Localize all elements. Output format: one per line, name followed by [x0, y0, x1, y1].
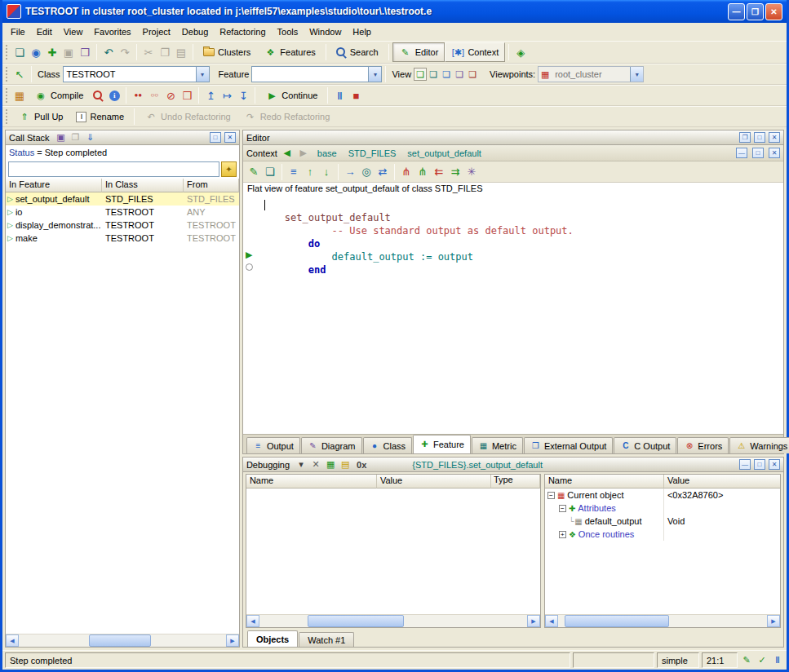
context-minimize-icon[interactable]: —: [736, 148, 747, 158]
toolbar-grip[interactable]: [6, 45, 8, 60]
class-combo[interactable]: TESTROOT ▾: [63, 66, 210, 82]
call-stack-close-icon[interactable]: ✕: [224, 132, 236, 143]
add-icon[interactable]: ✚: [44, 44, 60, 60]
column-name[interactable]: Name: [545, 475, 664, 489]
tab-output[interactable]: ≡Output: [246, 437, 300, 453]
menu-favorites[interactable]: Favorites: [88, 24, 136, 39]
locals-hscrollbar[interactable]: ◀ ▶: [246, 614, 540, 627]
tab-metric[interactable]: ▦Metric: [472, 437, 523, 453]
breadcrumb-cluster[interactable]: base: [313, 148, 341, 158]
menu-refactoring[interactable]: Refactoring: [214, 24, 271, 39]
call-stack-filter-input[interactable]: [8, 161, 219, 177]
redo-icon[interactable]: ↷: [117, 44, 133, 60]
menu-edit[interactable]: Edit: [31, 24, 58, 39]
scroll-thumb[interactable]: [89, 634, 151, 647]
breadcrumb-feature[interactable]: set_output_default: [403, 148, 485, 158]
contracts-view-icon[interactable]: ❏: [453, 68, 466, 81]
info-icon[interactable]: i: [106, 87, 122, 104]
interface-view-icon[interactable]: ❏: [466, 68, 479, 81]
breakpoint-slot-icon[interactable]: [246, 263, 253, 271]
object-row[interactable]: └▦default_output Void NONE: [545, 515, 780, 528]
open-in-new-window-icon[interactable]: ❏: [262, 164, 278, 180]
tab-feature[interactable]: ✚Feature: [413, 435, 471, 453]
scroll-track[interactable]: [259, 615, 527, 627]
breakpoint-gutter[interactable]: ▶: [243, 196, 258, 434]
search-button[interactable]: Search: [330, 42, 385, 62]
undo-refactoring-button[interactable]: ↶ Undo Refactoring: [138, 107, 237, 126]
context-close-icon[interactable]: ✕: [769, 148, 780, 158]
collapse-icon[interactable]: −: [559, 505, 566, 512]
editor-float-icon[interactable]: ❐: [739, 132, 751, 143]
result-up-icon[interactable]: ↑: [302, 164, 318, 180]
debugging-close-tool-icon[interactable]: ✕: [309, 458, 322, 471]
diagram-tool-icon[interactable]: ◈: [512, 44, 529, 60]
copy-call-stack-icon[interactable]: ❐: [69, 131, 82, 144]
breakpoints-tool-icon[interactable]: ❒: [179, 87, 195, 104]
save-icon[interactable]: ▣: [60, 44, 77, 60]
call-stack-row[interactable]: ▷display_demonstrat... TESTROOT TESTROOT: [6, 219, 239, 232]
context-button[interactable]: [✱] Context: [445, 42, 505, 62]
filter-icon[interactable]: ✦: [221, 161, 237, 177]
remove-breakpoints-icon[interactable]: ⊘: [162, 87, 179, 104]
search-results-icon[interactable]: ≡: [286, 164, 302, 180]
stop-icon[interactable]: ■: [348, 87, 364, 104]
step-into-icon[interactable]: ↧: [235, 87, 251, 104]
undo-icon[interactable]: ↶: [100, 44, 117, 60]
disable-breakpoints-icon[interactable]: ○○: [146, 87, 162, 104]
tab-external-output[interactable]: ❒External Output: [524, 437, 613, 453]
column-value[interactable]: Value: [377, 475, 491, 489]
continue-button[interactable]: ▶ Continue: [259, 86, 324, 105]
tab-class[interactable]: ●Class: [363, 437, 413, 453]
object-row[interactable]: +❖Once routines: [545, 528, 780, 541]
step-over-icon[interactable]: ↦: [219, 87, 235, 104]
hex-toggle[interactable]: 0x: [353, 460, 370, 470]
tab-watch-1[interactable]: Watch #1: [299, 632, 354, 647]
code-editor[interactable]: set_output_default -- Use standard outpu…: [258, 196, 783, 434]
menu-file[interactable]: File: [5, 24, 31, 39]
homonyms-icon[interactable]: ✳: [463, 164, 480, 180]
tab-errors[interactable]: ⊗Errors: [677, 437, 729, 453]
history-forward-icon[interactable]: ▶: [297, 147, 310, 160]
maximize-button[interactable]: ❐: [747, 3, 764, 20]
send-to-icon[interactable]: ↖: [11, 66, 28, 82]
tab-c-output[interactable]: CC Output: [614, 437, 676, 453]
column-in-class[interactable]: In Class: [102, 179, 184, 192]
tab-warnings[interactable]: ⚠Warnings: [729, 437, 789, 453]
call-stack-row[interactable]: ▷set_output_default STD_FILES STD_FILES: [6, 192, 239, 206]
editor-maximize-icon[interactable]: □: [754, 132, 765, 143]
cut-icon[interactable]: ✂: [140, 44, 157, 60]
object-row[interactable]: −✚Attributes: [545, 502, 780, 515]
viewpoints-combo[interactable]: ▦ root_cluster ▾: [538, 66, 644, 82]
menu-help[interactable]: Help: [347, 24, 377, 39]
scroll-thumb[interactable]: [565, 615, 669, 627]
editor-button[interactable]: ✎ Editor: [392, 42, 445, 62]
scroll-left-icon[interactable]: ◀: [545, 615, 558, 627]
minimize-button[interactable]: —: [728, 3, 745, 20]
export-call-stack-icon[interactable]: ⇓: [84, 131, 97, 144]
debugging-close-icon[interactable]: ✕: [769, 459, 780, 470]
column-type[interactable]: Type: [491, 475, 540, 489]
menu-window[interactable]: Window: [304, 24, 347, 39]
feature-combo[interactable]: ▾: [251, 66, 382, 82]
scroll-left-icon[interactable]: ◀: [246, 615, 259, 627]
clickable-view-icon[interactable]: ❏: [427, 68, 440, 81]
save-all-icon[interactable]: ❒: [77, 44, 93, 60]
toolbar-grip[interactable]: [6, 109, 8, 124]
new-window-icon[interactable]: ❏: [11, 44, 28, 60]
call-stack-maximize-icon[interactable]: □: [210, 132, 221, 143]
scroll-right-icon[interactable]: ▶: [767, 615, 780, 627]
redo-refactoring-button[interactable]: ↷ Redo Refactoring: [237, 107, 337, 126]
retarget-icon[interactable]: ◎: [358, 164, 375, 180]
scroll-track[interactable]: [558, 615, 767, 627]
feature-combo-arrow-icon[interactable]: ▾: [368, 67, 381, 82]
link-context-icon[interactable]: ⇄: [375, 164, 391, 180]
tab-diagram[interactable]: ✎Diagram: [301, 437, 362, 453]
code-area[interactable]: ▶ set_output_default -- Use standard out…: [243, 196, 783, 434]
descendants-icon[interactable]: ⋔: [414, 164, 431, 180]
tab-objects[interactable]: Objects: [247, 630, 298, 647]
callees-icon[interactable]: ⇉: [447, 164, 463, 180]
debugging-maximize-icon[interactable]: □: [754, 459, 765, 470]
exception-handling-icon[interactable]: ▦: [324, 458, 337, 471]
editable-view-icon[interactable]: ❏: [414, 68, 427, 81]
objects-hscrollbar[interactable]: ◀ ▶: [545, 614, 780, 627]
